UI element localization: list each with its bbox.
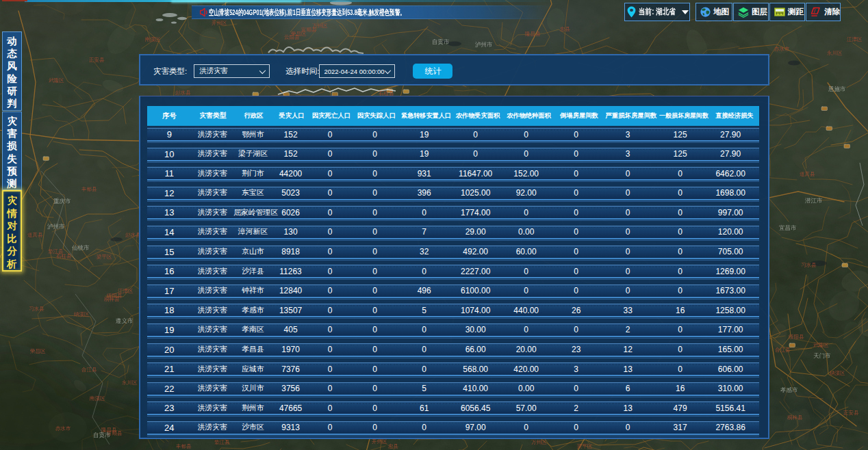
svg-text:万州区: 万州区	[531, 439, 547, 445]
svg-text:习水县: 习水县	[801, 262, 817, 268]
svg-text:潜江市: 潜江市	[805, 197, 823, 204]
svg-text:绥阳县: 绥阳县	[107, 293, 123, 299]
svg-text:恩施市: 恩施市	[828, 85, 846, 92]
svg-text:赤水市: 赤水市	[55, 425, 71, 432]
svg-text:赤水市: 赤水市	[774, 46, 790, 52]
svg-text:彭水县: 彭水县	[175, 90, 191, 96]
svg-text:永川区: 永川区	[121, 380, 138, 386]
svg-text:宜昌市: 宜昌市	[779, 224, 797, 231]
svg-text:武隆区: 武隆区	[813, 342, 829, 348]
svg-text:孝感市: 孝感市	[780, 386, 798, 393]
svg-text:忠县: 忠县	[559, 26, 571, 32]
svg-text:天门市: 天门市	[813, 352, 831, 359]
svg-text:武隆区: 武隆区	[49, 77, 64, 83]
svg-text:合江县: 合江县	[81, 367, 97, 373]
svg-text:荣昌区: 荣昌区	[291, 31, 307, 37]
svg-text:垫江县: 垫江县	[214, 439, 230, 445]
svg-text:正安县: 正安县	[843, 410, 859, 416]
svg-text:永川区: 永川区	[826, 50, 843, 56]
svg-text:忠县: 忠县	[387, 443, 399, 449]
svg-text:自贡市: 自贡市	[432, 38, 450, 45]
svg-text:开州区: 开州区	[212, 20, 227, 26]
svg-text:江津区: 江津区	[847, 36, 863, 42]
svg-text:南溪区: 南溪区	[144, 36, 161, 42]
svg-text:绥阳县: 绥阳县	[789, 334, 804, 340]
svg-text:梁平区: 梁平区	[577, 443, 593, 449]
svg-text:道真县: 道真县	[800, 171, 815, 177]
svg-text:泸州市: 泸州市	[47, 223, 65, 230]
svg-text:习水县: 习水县	[29, 306, 44, 312]
svg-text:桐梓县: 桐梓县	[787, 414, 803, 421]
svg-text:遵义市: 遵义市	[116, 317, 133, 324]
svg-text:开州区: 开州区	[372, 438, 387, 445]
svg-text:垫江县: 垫江县	[48, 248, 64, 254]
svg-text:丰都县: 丰都县	[81, 186, 97, 192]
svg-text:纳溪区: 纳溪区	[74, 311, 90, 317]
svg-text:丰都县: 丰都县	[176, 443, 192, 449]
svg-text:隆昌县: 隆昌县	[525, 31, 541, 37]
svg-text:泸州市: 泸州市	[475, 41, 493, 48]
svg-text:纳溪区: 纳溪区	[830, 370, 845, 376]
svg-text:南溪区: 南溪区	[89, 395, 105, 401]
svg-text:仙桃市: 仙桃市	[72, 244, 90, 251]
svg-text:梁平区: 梁平区	[97, 254, 112, 260]
svg-text:道真县: 道真县	[27, 232, 43, 238]
svg-text:重庆市: 重庆市	[53, 198, 71, 204]
svg-text:荣昌区: 荣昌区	[30, 348, 46, 354]
svg-text:正安县: 正安县	[89, 57, 105, 63]
svg-text:自贡市: 自贡市	[93, 432, 111, 438]
svg-text:合江县: 合江县	[775, 347, 791, 353]
